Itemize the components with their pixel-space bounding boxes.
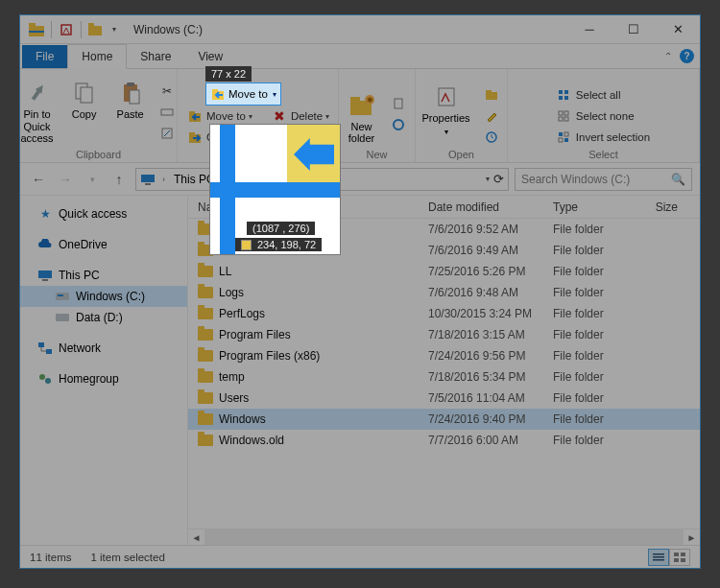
- sidebar-thispc[interactable]: This PC: [20, 265, 187, 286]
- file-name: temp: [219, 370, 245, 384]
- svg-rect-56: [681, 553, 685, 556]
- tab-share[interactable]: Share: [127, 45, 184, 68]
- col-date[interactable]: Date modified: [428, 200, 553, 214]
- svg-rect-26: [486, 92, 497, 100]
- up-button[interactable]: ↑: [108, 169, 130, 190]
- network-icon: [37, 341, 53, 356]
- copy-button[interactable]: Copy: [63, 78, 106, 123]
- thumbnails-view-button[interactable]: [669, 549, 690, 566]
- group-open-label: Open: [448, 149, 474, 160]
- properties-button[interactable]: Properties▾: [416, 82, 475, 138]
- folder-icon: [198, 350, 213, 362]
- open-button[interactable]: [480, 85, 507, 105]
- svg-rect-9: [127, 82, 134, 86]
- qat-explorer-icon[interactable]: [26, 19, 47, 40]
- close-button[interactable]: ✕: [656, 15, 700, 44]
- qat-customize-dd[interactable]: ▾: [108, 19, 120, 40]
- scroll-left-button[interactable]: ◄: [188, 532, 204, 543]
- back-button[interactable]: ←: [28, 169, 49, 190]
- ribbon-tabs: File Home Share View ⌃ ?: [20, 44, 700, 69]
- file-type: File folder: [553, 328, 639, 341]
- pc-icon: [37, 268, 53, 283]
- new-folder-button[interactable]: ✱ New folder: [341, 90, 383, 147]
- edit-button[interactable]: [480, 106, 507, 126]
- file-type: File folder: [553, 265, 639, 278]
- horizontal-scrollbar[interactable]: ◄ ►: [188, 529, 700, 545]
- scroll-right-button[interactable]: ►: [684, 532, 700, 543]
- easy-access-icon: [391, 117, 406, 132]
- picker-highlight-move-to[interactable]: Move to ▾: [205, 82, 281, 106]
- file-type: File folder: [553, 434, 639, 447]
- svg-rect-29: [559, 90, 563, 94]
- table-row[interactable]: Users7/5/2016 11:04 AMFile folder: [188, 388, 700, 409]
- path-icon: [159, 105, 175, 120]
- table-row[interactable]: Windows.old7/7/2016 6:00 AMFile folder: [188, 430, 700, 451]
- picker-coords: (1087 , 276): [247, 222, 315, 235]
- forward-button[interactable]: →: [55, 169, 76, 190]
- status-selection-count: 1 item selected: [90, 552, 164, 563]
- move-to-button[interactable]: Move to▾: [183, 106, 256, 126]
- properties-icon: [433, 83, 460, 110]
- svg-text:✱: ✱: [366, 96, 372, 105]
- file-date: 10/30/2015 3:24 PM: [428, 307, 553, 320]
- shortcut-icon: [159, 126, 175, 141]
- folder-icon: [198, 435, 213, 446]
- minimize-button[interactable]: ─: [567, 15, 612, 44]
- table-row[interactable]: LL7/25/2016 5:26 PMFile folder: [188, 261, 700, 282]
- chevron-down-icon: ▾: [325, 112, 329, 121]
- paste-button[interactable]: Paste: [109, 78, 152, 123]
- maximize-button[interactable]: ☐: [612, 15, 656, 44]
- address-dd[interactable]: ▾: [486, 175, 490, 183]
- col-size[interactable]: Size: [639, 200, 687, 214]
- sidebar-onedrive[interactable]: OneDrive: [20, 234, 187, 255]
- svg-rect-31: [559, 96, 563, 100]
- svg-rect-7: [81, 87, 92, 103]
- svg-rect-55: [674, 553, 679, 556]
- tab-view[interactable]: View: [184, 45, 236, 68]
- scroll-track[interactable]: [204, 529, 684, 545]
- new-folder-icon: ✱: [348, 92, 375, 119]
- svg-rect-14: [189, 111, 195, 114]
- history-button[interactable]: [480, 128, 507, 147]
- sidebar-drive-c[interactable]: Windows (C:): [20, 286, 187, 307]
- invert-selection-button[interactable]: Invert selection: [553, 128, 654, 147]
- new-item-button[interactable]: [387, 94, 414, 113]
- table-row[interactable]: PerfLogs10/30/2015 3:24 PMFile folder: [188, 303, 700, 324]
- details-view-button[interactable]: [648, 549, 669, 566]
- select-none-button[interactable]: Select none: [553, 106, 654, 126]
- collapse-ribbon-button[interactable]: ⌃: [664, 51, 672, 61]
- sidebar-homegroup[interactable]: Homegroup: [20, 368, 187, 389]
- recent-dd[interactable]: ▾: [82, 169, 103, 190]
- svg-rect-10: [130, 90, 139, 104]
- open-icon: [484, 87, 499, 103]
- table-row[interactable]: Program Files (x86)7/24/2016 9:56 PMFile…: [188, 345, 700, 366]
- tab-file[interactable]: File: [22, 45, 67, 68]
- qat-properties-icon[interactable]: [56, 19, 77, 40]
- select-all-button[interactable]: Select all: [553, 85, 654, 105]
- help-button[interactable]: ?: [680, 49, 694, 63]
- svg-rect-60: [212, 89, 218, 92]
- file-type: File folder: [553, 349, 639, 363]
- tab-home[interactable]: Home: [67, 44, 127, 69]
- svg-rect-53: [653, 556, 664, 558]
- delete-button[interactable]: ✖Delete▾: [268, 106, 336, 126]
- table-row[interactable]: Windows7/24/2016 9:40 PMFile folder: [188, 409, 700, 430]
- search-icon[interactable]: 🔍: [671, 173, 685, 186]
- svg-rect-23: [395, 99, 402, 108]
- easy-access-button[interactable]: [387, 115, 414, 134]
- search-box[interactable]: Search Windows (C:) 🔍: [515, 168, 692, 191]
- file-name: Program Files (x86): [219, 349, 320, 363]
- table-row[interactable]: Logs7/6/2016 9:48 AMFile folder: [188, 282, 700, 303]
- table-row[interactable]: Program Files7/18/2016 3:15 AMFile folde…: [188, 324, 700, 345]
- sidebar-drive-d[interactable]: Data (D:): [20, 307, 187, 328]
- sidebar-network[interactable]: Network: [20, 338, 187, 359]
- svg-rect-34: [564, 111, 568, 115]
- sidebar-quick-access[interactable]: ★Quick access: [20, 203, 187, 224]
- refresh-button[interactable]: ⟳: [493, 172, 504, 186]
- pin-to-quick-access-button[interactable]: Pin to Quick access: [14, 78, 59, 147]
- qat-newfolder-icon[interactable]: [85, 19, 107, 40]
- table-row[interactable]: temp7/18/2016 5:34 PMFile folder: [188, 366, 700, 388]
- col-type[interactable]: Type: [553, 200, 639, 214]
- group-clipboard-label: Clipboard: [76, 149, 121, 160]
- chevron-right-icon[interactable]: ›: [159, 175, 168, 184]
